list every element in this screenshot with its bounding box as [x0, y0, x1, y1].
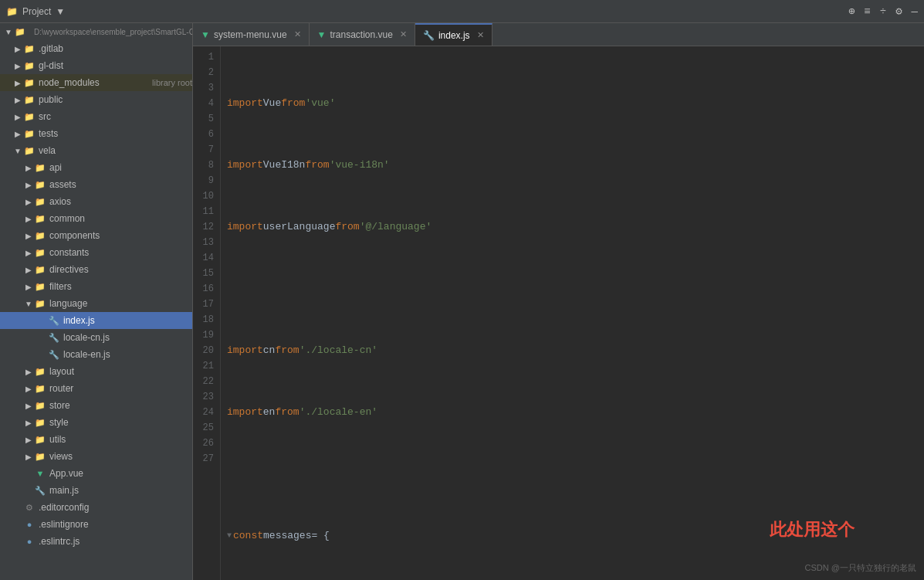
directives-arrow: ▶ — [23, 266, 34, 274]
sidebar-item-src[interactable]: ▶ 📁 src — [0, 108, 192, 125]
sidebar-item-views[interactable]: ▶ 📁 views — [0, 448, 192, 465]
sidebar-item-api[interactable]: ▶ 📁 api — [0, 159, 192, 176]
gl-dist-arrow: ▶ — [12, 62, 23, 70]
tests-label: tests — [39, 128, 192, 139]
sidebar-item-utils[interactable]: ▶ 📁 utils — [0, 431, 192, 448]
sidebar-item-assets[interactable]: ▶ 📁 assets — [0, 176, 192, 193]
gitlab-arrow: ▶ — [12, 45, 23, 53]
code-editor[interactable]: 1 2 3 4 5 6 7 8 9 10 11 12 13 14 15 16 1 — [193, 46, 924, 580]
locale-cn-file-icon: 🔧 — [48, 331, 60, 344]
sidebar-item-gl-dist[interactable]: ▶ 📁 gl-dist — [0, 57, 192, 74]
sidebar-item-locale-en[interactable]: ▶ 🔧 locale-en.js — [0, 346, 192, 363]
eslintrc-file-icon: ● — [23, 535, 36, 548]
sidebar-item-filters[interactable]: ▶ 📁 filters — [0, 278, 192, 295]
utils-arrow: ▶ — [23, 436, 34, 444]
index-js-file-icon: 🔧 — [48, 314, 60, 327]
ln-6: 6 — [196, 127, 214, 142]
list-icon[interactable]: ≡ — [864, 5, 870, 18]
gitlab-folder-icon: 📁 — [23, 42, 36, 55]
tab-transaction-label: transaction.vue — [330, 29, 392, 40]
filters-label: filters — [49, 281, 192, 292]
ln-11: 11 — [196, 204, 214, 219]
tab-system-menu-close[interactable]: ✕ — [294, 29, 301, 39]
sidebar-item-language[interactable]: ▼ 📁 language — [0, 295, 192, 312]
split-icon[interactable]: ÷ — [880, 5, 886, 18]
tree-root[interactable]: ▼ 📁 SmartGL-Console D:\wyworkspace\ensem… — [0, 23, 192, 40]
ln-21: 21 — [196, 358, 214, 374]
ln-4: 4 — [196, 96, 214, 111]
sidebar-item-locale-cn[interactable]: ▶ 🔧 locale-cn.js — [0, 329, 192, 346]
sidebar-item-router[interactable]: ▶ 📁 router — [0, 380, 192, 397]
add-icon[interactable]: ⊕ — [848, 5, 855, 18]
sidebar-item-store[interactable]: ▶ 📁 store — [0, 397, 192, 414]
api-label: api — [49, 162, 192, 173]
root-path: D:\wyworkspace\ensemble_project\SmartGL-… — [34, 28, 193, 36]
code-line-4 — [227, 281, 924, 297]
sidebar-item-components[interactable]: ▶ 📁 components — [0, 227, 192, 244]
store-label: store — [49, 400, 192, 411]
axios-label: axios — [49, 196, 192, 207]
axios-arrow: ▶ — [23, 198, 34, 206]
sidebar-item-common[interactable]: ▶ 📁 common — [0, 210, 192, 227]
ln-1: 1 — [196, 49, 214, 65]
tab-transaction-close[interactable]: ✕ — [400, 29, 407, 39]
vela-label: vela — [39, 145, 192, 156]
sidebar-item-public[interactable]: ▶ 📁 public — [0, 91, 192, 108]
sidebar-item-eslintrc[interactable]: ▶ ● .eslintrc.js — [0, 533, 192, 550]
tab-index-js-close[interactable]: ✕ — [477, 30, 484, 40]
line-numbers: 1 2 3 4 5 6 7 8 9 10 11 12 13 14 15 16 1 — [193, 46, 221, 580]
tab-index-js[interactable]: 🔧 index.js ✕ — [415, 23, 492, 46]
root-folder-icon: 📁 — [14, 25, 26, 38]
layout-arrow: ▶ — [23, 368, 34, 376]
tab-system-menu[interactable]: ▼ system-menu.vue ✕ — [193, 23, 310, 46]
sidebar-item-layout[interactable]: ▶ 📁 layout — [0, 363, 192, 380]
language-folder-icon: 📁 — [34, 297, 46, 310]
sidebar-item-directives[interactable]: ▶ 📁 directives — [0, 261, 192, 278]
tab-index-js-icon: 🔧 — [423, 30, 435, 41]
minimize-icon[interactable]: — — [912, 5, 918, 18]
eslintignore-label: .eslintignore — [39, 519, 192, 530]
code-line-7 — [227, 466, 924, 482]
sidebar-item-vela[interactable]: ▼ 📁 vela — [0, 142, 192, 159]
sidebar-item-axios[interactable]: ▶ 📁 axios — [0, 193, 192, 210]
ln-23: 23 — [196, 389, 214, 405]
app-vue-file-icon: ▼ — [34, 467, 46, 480]
layout-label: layout — [49, 366, 192, 377]
router-arrow: ▶ — [23, 385, 34, 393]
ln-19: 19 — [196, 327, 214, 343]
locale-cn-label: locale-cn.js — [63, 332, 192, 343]
collapse-8[interactable]: ▼ — [227, 528, 232, 544]
sidebar-item-main-js[interactable]: ▶ 🔧 main.js — [0, 482, 192, 499]
ln-22: 22 — [196, 374, 214, 389]
assets-label: assets — [49, 179, 192, 190]
main-layout: ▼ 📁 SmartGL-Console D:\wyworkspace\ensem… — [0, 23, 924, 580]
editorconfig-file-icon: ⚙ — [23, 501, 36, 514]
common-label: common — [49, 213, 192, 224]
sidebar-item-constants[interactable]: ▶ 📁 constants — [0, 244, 192, 261]
sidebar-item-eslintignore[interactable]: ▶ ● .eslintignore — [0, 516, 192, 533]
sidebar-item-editorconfig[interactable]: ▶ ⚙ .editorconfig — [0, 499, 192, 516]
settings-icon[interactable]: ⚙ — [895, 5, 902, 18]
sidebar-item-style[interactable]: ▶ 📁 style — [0, 414, 192, 431]
tab-transaction[interactable]: ▼ transaction.vue ✕ — [310, 23, 415, 46]
sidebar-item-index-js[interactable]: ▶ 🔧 index.js — [0, 312, 192, 329]
node-modules-folder-icon: 📁 — [23, 76, 36, 89]
ln-17: 17 — [196, 297, 214, 312]
views-folder-icon: 📁 — [34, 450, 46, 463]
sidebar-item-gitlab[interactable]: ▶ 📁 .gitlab — [0, 40, 192, 57]
project-label[interactable]: Project — [22, 6, 51, 17]
views-arrow: ▶ — [23, 453, 34, 461]
sidebar-item-tests[interactable]: ▶ 📁 tests — [0, 125, 192, 142]
dropdown-arrow[interactable]: ▼ — [56, 6, 65, 17]
file-tree: ▼ 📁 SmartGL-Console D:\wyworkspace\ensem… — [0, 23, 193, 580]
filters-arrow: ▶ — [23, 283, 34, 291]
eslintignore-file-icon: ● — [23, 518, 36, 531]
code-line-6: import en from './locale-en' — [227, 405, 924, 420]
sidebar-item-app-vue[interactable]: ▶ ▼ App.vue — [0, 465, 192, 482]
sidebar-item-node-modules[interactable]: ▶ 📁 node_modules library root — [0, 74, 192, 91]
editorconfig-label: .editorconfig — [39, 502, 192, 513]
utils-label: utils — [49, 434, 192, 445]
directives-folder-icon: 📁 — [34, 263, 46, 276]
ln-27: 27 — [196, 451, 214, 466]
constants-arrow: ▶ — [23, 249, 34, 257]
